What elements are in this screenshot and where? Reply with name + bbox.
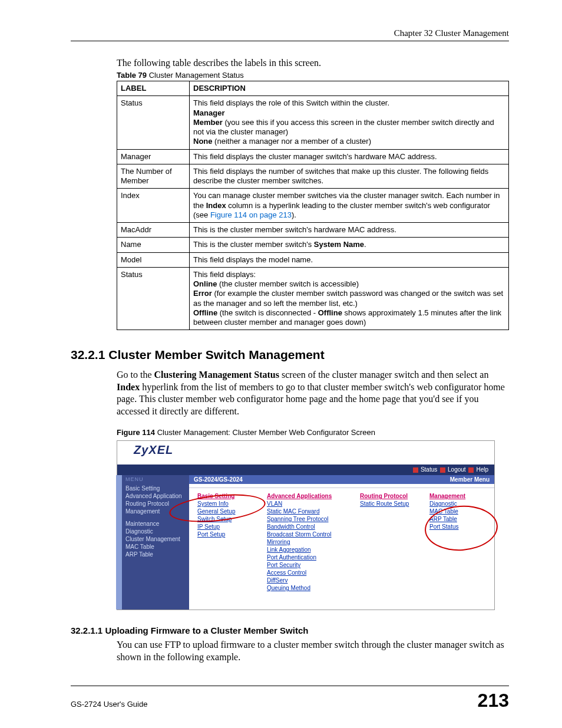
table-caption-bold: Table 79 [117, 71, 147, 80]
menu-label: MENU [117, 475, 189, 483]
sidebar-group-1: Basic Setting Advanced Application Routi… [117, 483, 189, 519]
menu-link[interactable]: Queuing Method [267, 584, 349, 592]
menu-link[interactable]: VLAN [267, 500, 349, 508]
menu-link[interactable]: ARP Table [429, 515, 488, 523]
cross-reference-link[interactable]: Figure 114 on page 213 [210, 210, 292, 219]
table-row: Status This field displays the role of t… [117, 96, 509, 149]
text: (neither a manager nor a member of a clu… [213, 137, 372, 146]
col-head: Routing Protocol [360, 493, 419, 499]
menu-link[interactable]: Switch Setup [197, 515, 256, 523]
menu-link[interactable]: Static Route Setup [360, 500, 419, 508]
text: This field displays the role of this Swi… [193, 98, 389, 107]
status-icon [413, 467, 418, 473]
figure-caption: Figure 114 Cluster Management: Cluster M… [117, 428, 509, 437]
sidebar-item[interactable]: Diagnostic [125, 528, 189, 535]
menu-link[interactable]: Diagnostic [429, 500, 488, 508]
menu-link[interactable]: Spanning Tree Protocol [267, 515, 349, 523]
text: (you see this if you access this screen … [193, 118, 494, 136]
cell-label: MacAddr [117, 223, 190, 238]
text: This is the cluster member switch's [193, 240, 314, 249]
body-paragraph: Go to the Clustering Management Status s… [117, 369, 509, 417]
menu-link[interactable]: Port Status [429, 523, 488, 531]
text: (the switch is disconnected - [217, 308, 318, 317]
text: (for example the cluster member switch p… [193, 289, 503, 307]
col-basic-setting: Basic Setting System Info General Setup … [197, 493, 256, 592]
panel-divider [189, 484, 494, 488]
cell-desc: This field displays the model name. [190, 252, 509, 267]
help-link[interactable]: Help [476, 466, 488, 473]
cell-label: Index [117, 189, 190, 223]
sidebar-group-2: Maintenance Diagnostic Cluster Managemen… [117, 519, 189, 562]
menu-link[interactable]: DiffServ [267, 577, 349, 584]
cell-label: Model [117, 252, 190, 267]
text-bold: System Name [314, 240, 364, 249]
table-row: The Number of Member This field displays… [117, 164, 509, 189]
sidebar-item[interactable]: Management [125, 508, 189, 515]
menu-link[interactable]: Port Security [267, 561, 349, 569]
menu-link[interactable]: MAC Table [429, 508, 488, 515]
text: ). [292, 210, 296, 219]
text: . [364, 240, 366, 249]
text: hyperlink from the list of members to go… [117, 382, 505, 416]
table-row: Name This is the cluster member switch's… [117, 238, 509, 252]
cell-desc: You can manage cluster member switches v… [190, 189, 509, 223]
cell-label: Status [117, 96, 190, 149]
panel-title-left: GS-2024/GS-2024 [194, 476, 243, 483]
cell-desc: This field displays the cluster manager … [190, 149, 509, 164]
text-bold: Member [193, 118, 223, 127]
cell-desc: This field displays: Online (the cluster… [190, 267, 509, 330]
table-row: Model This field displays the model name… [117, 252, 509, 267]
sidebar-item[interactable]: Maintenance [125, 520, 189, 528]
status-icon [440, 467, 445, 473]
menu-link[interactable]: Port Setup [197, 531, 256, 538]
cell-desc: This field displays the role of this Swi… [190, 96, 509, 149]
menu-link[interactable]: Access Control [267, 569, 349, 577]
menu-link[interactable]: Bandwidth Control [267, 523, 349, 531]
col-advanced-applications: Advanced Applications VLAN Static MAC Fo… [267, 493, 349, 592]
cell-label: Manager [117, 149, 190, 164]
text-bold: Index [206, 201, 226, 210]
text: (the cluster member switch is accessible… [217, 279, 359, 288]
th-description: DESCRIPTION [190, 81, 509, 96]
logo-bar: ZyXEL [117, 441, 494, 465]
footer-guide-name: GS-2724 User's Guide [71, 700, 147, 709]
cell-desc: This is the cluster member switch's Syst… [190, 238, 509, 252]
top-status-bar: Status Logout Help [117, 465, 494, 475]
cluster-status-table: LABEL DESCRIPTION Status This field disp… [117, 81, 509, 330]
col-routing-protocol: Routing Protocol Static Route Setup [360, 493, 419, 592]
header-rule [71, 41, 509, 41]
panel-title-row: GS-2024/GS-2024 Member Menu [189, 475, 494, 484]
text-bold: Clustering Management Status [154, 370, 279, 380]
menu-link[interactable]: General Setup [197, 508, 256, 515]
table-row: Status This field displays: Online (the … [117, 267, 509, 330]
text-bold: Offline [193, 308, 217, 317]
text-bold: None [193, 137, 213, 146]
text-bold: Offline [318, 308, 342, 317]
sidebar-item[interactable]: Cluster Management [125, 535, 189, 543]
intro-text: The following table describes the labels… [117, 58, 509, 68]
cell-label: The Number of Member [117, 164, 190, 189]
member-menu-link[interactable]: Member Menu [450, 476, 490, 483]
sidebar-item[interactable]: Advanced Application [125, 492, 189, 500]
sidebar-item[interactable]: Basic Setting [125, 485, 189, 492]
sidebar-item[interactable]: ARP Table [125, 551, 189, 558]
embedded-screenshot: ZyXEL Status Logout Help MENU Basic Sett… [117, 440, 495, 610]
menu-link[interactable]: IP Setup [197, 523, 256, 531]
menu-link[interactable]: Port Authentication [267, 554, 349, 561]
sidebar-item[interactable]: Routing Protocol [125, 500, 189, 508]
text: Go to the [117, 370, 154, 380]
table-caption: Table 79 Cluster Management Status [117, 71, 509, 80]
menu-link[interactable]: Static MAC Forward [267, 508, 349, 515]
sidebar-item[interactable]: MAC Table [125, 543, 189, 551]
text-bold: Error [193, 289, 212, 298]
menu-link[interactable]: System Info [197, 500, 256, 508]
col-head: Advanced Applications [267, 493, 349, 499]
cell-label: Name [117, 238, 190, 252]
menu-link[interactable]: Mirroring [267, 538, 349, 546]
menu-link[interactable]: Broadcast Storm Control [267, 531, 349, 538]
table-caption-rest: Cluster Management Status [147, 71, 244, 80]
menu-link[interactable]: Link Aggregation [267, 546, 349, 554]
status-link[interactable]: Status [421, 466, 437, 473]
page-number: 213 [478, 690, 509, 711]
logout-link[interactable]: Logout [448, 466, 466, 473]
